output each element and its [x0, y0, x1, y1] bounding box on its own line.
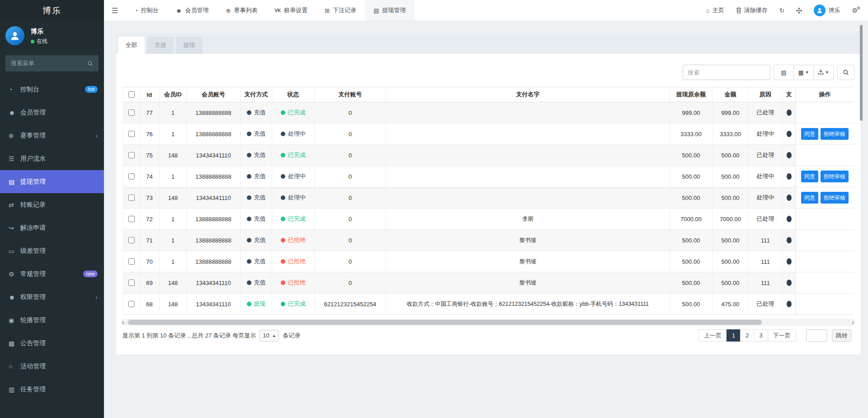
- row-checkbox[interactable]: [128, 237, 135, 243]
- sidebar-item-auth[interactable]: ☻权限管理‹: [0, 285, 104, 309]
- status-dot: [281, 238, 285, 242]
- table-search-input[interactable]: [683, 65, 770, 80]
- fullscreen-button[interactable]: [790, 0, 808, 21]
- menu-toggle-icon[interactable]: ☰: [104, 0, 126, 21]
- auth-icon: ☻: [9, 294, 19, 301]
- columns-button[interactable]: ▦▼: [793, 65, 814, 80]
- sidebar-item-task[interactable]: ▥任务管理: [0, 378, 104, 401]
- reject-button[interactable]: 拒绝审核: [821, 171, 849, 182]
- dashboard-icon: ◔: [134, 7, 138, 14]
- cell-pay-type: 充值: [241, 230, 272, 251]
- truncated-status-dot: [787, 237, 792, 243]
- pay-type-label: 充值: [254, 130, 266, 138]
- action-column-header: 操作: [796, 87, 854, 102]
- refresh-button[interactable]: ↻: [774, 0, 791, 21]
- brand-logo[interactable]: 博乐: [0, 0, 104, 21]
- table-header-row: Id会员ID会员账号支付方式状态支付账号支付名字提现原余额金额原因支: [123, 87, 795, 102]
- sidebar-item-unfreeze[interactable]: ↪解冻申请: [0, 216, 104, 239]
- row-checkbox[interactable]: [128, 258, 135, 265]
- top-nav-item-members[interactable]: ☻会员管理: [167, 0, 217, 21]
- detail-view-button[interactable]: ▤: [774, 65, 794, 80]
- status: 已拒绝: [281, 279, 306, 287]
- page-button-1[interactable]: 1: [726, 329, 741, 342]
- reject-button[interactable]: 拒绝审核: [821, 192, 849, 204]
- select-all-checkbox[interactable]: [128, 91, 135, 98]
- row-checkbox[interactable]: [128, 109, 135, 116]
- prev-page-button[interactable]: 上一页: [698, 329, 727, 342]
- top-nav-item-label: 控制台: [141, 6, 159, 14]
- row-checkbox[interactable]: [128, 152, 135, 158]
- row-select-cell: [123, 166, 140, 187]
- top-nav-item-match-list[interactable]: ⊕赛事列表: [217, 0, 266, 21]
- action-cell: [796, 272, 854, 294]
- approve-button[interactable]: 同意: [801, 171, 818, 182]
- row-checkbox[interactable]: [128, 301, 135, 307]
- tab-all[interactable]: 全部: [118, 37, 145, 54]
- horizontal-scrollbar[interactable]: ‹ ›: [121, 319, 855, 326]
- caret-down-icon: ▼: [805, 70, 809, 75]
- top-nav-item-odds[interactable]: VK赔率设置: [266, 0, 316, 21]
- page-button-2[interactable]: 2: [740, 329, 754, 342]
- sidebar-item-members[interactable]: ☻会员管理: [0, 101, 104, 124]
- select-all-cell: [123, 87, 140, 102]
- sidebar-item-level[interactable]: ▭级差管理: [0, 239, 104, 262]
- tab-withdraw[interactable]: 提现: [176, 37, 203, 54]
- clear-cache-button[interactable]: 清除缓存: [730, 0, 774, 21]
- caret-down-icon: ▼: [825, 70, 829, 75]
- sidebar-item-dashboard[interactable]: ◔控制台hot: [0, 78, 104, 101]
- user-menu[interactable]: 博乐: [808, 0, 846, 21]
- cell-pay-account: 0: [315, 251, 386, 272]
- row-select-cell: [123, 209, 140, 230]
- user-panel: 博乐 在线: [0, 21, 104, 53]
- row-checkbox[interactable]: [128, 216, 135, 222]
- settings-button[interactable]: ⚙⚙: [846, 0, 863, 21]
- sidebar-item-notice[interactable]: ▦公告管理: [0, 332, 104, 355]
- approve-button[interactable]: 同意: [801, 128, 818, 140]
- vertical-scrollbar-thumb[interactable]: [860, 25, 863, 121]
- search-button[interactable]: [837, 65, 854, 80]
- row-checkbox[interactable]: [128, 173, 135, 180]
- jump-button[interactable]: 跳转: [832, 329, 851, 342]
- user-status: 在线: [31, 38, 47, 45]
- sidebar-item-general[interactable]: ⚙常规管理new: [0, 262, 104, 285]
- sidebar-item-carousel[interactable]: ◉轮播管理: [0, 309, 104, 332]
- next-page-button[interactable]: 下一页: [768, 329, 796, 342]
- home-link[interactable]: ⌂ 主页: [700, 0, 730, 21]
- sidebar-item-activity[interactable]: ○活动管理: [0, 355, 104, 378]
- row-checkbox[interactable]: [128, 195, 135, 201]
- pay-type: 充值: [247, 257, 266, 266]
- top-nav-item-withdraw[interactable]: ▤提现管理: [365, 0, 414, 21]
- scroll-left-icon[interactable]: ‹: [122, 319, 124, 326]
- cell-pay-name: [386, 166, 670, 187]
- cell-pay-type: 充值: [241, 145, 272, 166]
- avatar[interactable]: [5, 26, 24, 45]
- jump-page-input[interactable]: [806, 329, 827, 342]
- sidebar-item-user-flow[interactable]: ☰用户流水: [0, 147, 104, 170]
- row-checkbox[interactable]: [128, 131, 135, 137]
- status-dot: [281, 110, 285, 115]
- approve-button[interactable]: 同意: [801, 192, 818, 204]
- status-label: 处理中: [288, 130, 306, 138]
- sidebar-item-label: 活动管理: [20, 362, 46, 370]
- pagination-info-suffix: 条记录: [283, 332, 300, 340]
- cell-pay-type: 充值: [241, 272, 272, 294]
- tab-deposit[interactable]: 充值: [147, 37, 174, 54]
- page-size-dropdown[interactable]: 10 ▲: [259, 330, 279, 342]
- sidebar-item-transfer[interactable]: ⇄转账记录: [0, 193, 104, 216]
- sidebar-item-withdraw[interactable]: ▤提现管理: [0, 170, 104, 193]
- cell-balance: 500.00: [670, 230, 712, 251]
- row-checkbox[interactable]: [128, 280, 135, 286]
- column-header: 提现原余额: [670, 87, 712, 102]
- scroll-right-icon[interactable]: ›: [852, 319, 854, 326]
- export-button[interactable]: ▼: [813, 65, 834, 80]
- cell-pay-time-truncated: [783, 251, 796, 272]
- horizontal-scrollbar-thumb[interactable]: [128, 320, 762, 325]
- reject-button[interactable]: 拒绝审核: [821, 128, 849, 140]
- action-cell: [796, 251, 854, 272]
- top-nav-item-bets[interactable]: ⊞下注记录: [316, 0, 365, 21]
- page-button-3[interactable]: 3: [754, 329, 768, 342]
- top-nav-item-dashboard[interactable]: ◔控制台: [126, 0, 167, 21]
- sidebar-search-input[interactable]: 搜索菜单: [5, 55, 99, 71]
- transfer-icon: ⇄: [9, 201, 19, 209]
- sidebar-item-matches[interactable]: ⊕赛事管理‹: [0, 124, 104, 147]
